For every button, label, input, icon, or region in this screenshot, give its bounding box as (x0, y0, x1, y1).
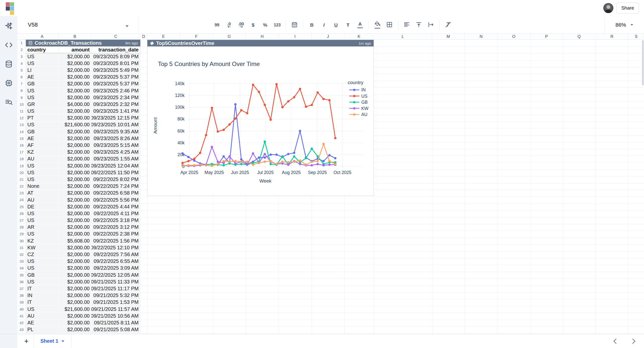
row-header-11[interactable]: 11 (17, 108, 26, 115)
row-header-1[interactable]: 1 (17, 40, 26, 46)
next-sheet-icon[interactable] (630, 337, 638, 345)
sheet-tab[interactable]: Sheet 1 (34, 334, 71, 348)
table-cell[interactable]: 09/22/2025 6:55 AM (91, 258, 140, 265)
row-header-5[interactable]: 5 (17, 67, 26, 74)
row-header-39[interactable]: 39 (17, 299, 26, 306)
underline-button[interactable]: U (331, 19, 341, 30)
column-header-O[interactable]: O (498, 34, 530, 40)
table-cell[interactable]: $2,000.00 (58, 108, 91, 114)
horizontal-align-button[interactable] (402, 19, 412, 30)
code-editor-icon[interactable] (4, 40, 14, 50)
table-cell[interactable]: GB (26, 272, 58, 278)
table-cell[interactable]: $2,000.00 (58, 53, 91, 60)
table-cell[interactable]: 09/23/2025 2:32 PM (91, 101, 140, 107)
fill-color-button[interactable] (372, 19, 382, 30)
row-header-38[interactable]: 38 (17, 292, 26, 299)
table-cell[interactable]: 09/21/2025 8:11 AM (91, 319, 140, 326)
column-header-A[interactable]: A (26, 34, 58, 40)
table-cell[interactable]: $2,000.00 (58, 67, 91, 73)
row-header-28[interactable]: 28 (17, 224, 26, 231)
table-cell[interactable]: $2,000.00 (58, 272, 91, 278)
table-cell[interactable]: $2,000.00 (58, 169, 91, 176)
share-button[interactable]: Share (616, 3, 639, 14)
table-cell[interactable]: $2,000.00 (58, 278, 91, 285)
column-header-S[interactable]: S (628, 34, 644, 40)
table-cell[interactable]: KZ (26, 238, 58, 244)
vertical-scrollbar[interactable] (642, 40, 644, 85)
row-header-12[interactable]: 12 (17, 115, 26, 122)
row-header-2[interactable]: 2 (17, 46, 26, 53)
row-header-14[interactable]: 14 (17, 128, 26, 135)
row-header-16[interactable]: 16 (17, 142, 26, 149)
decrease-decimals-button[interactable]: .0 (224, 19, 234, 30)
table-cell[interactable]: 09/23/2025 5:37 PM (91, 74, 140, 80)
table-cell[interactable]: 09/21/2025 1:53 PM (91, 299, 140, 306)
table-cell[interactable]: US (26, 94, 58, 101)
italic-button[interactable]: I (319, 19, 329, 30)
search-list-icon[interactable] (4, 97, 14, 107)
date-format-button[interactable] (289, 19, 300, 30)
table-cell[interactable]: $2,000.00 (58, 197, 91, 203)
table-cell[interactable]: US (26, 169, 58, 176)
table-cell[interactable]: US (26, 176, 58, 183)
table-cell[interactable]: $2,000.00 (58, 319, 91, 326)
table-cell[interactable]: US (26, 210, 58, 217)
column-header-P[interactable]: P (530, 34, 563, 40)
avatar[interactable] (603, 3, 613, 13)
table-cell[interactable]: US (26, 306, 58, 312)
table-cell[interactable]: 09/21/2025 5:32 PM (91, 292, 140, 299)
table-cell[interactable]: AF (26, 142, 58, 148)
column-header-I[interactable]: I (279, 34, 312, 40)
table-cell[interactable]: $2,000.00 (58, 326, 91, 333)
table-cell[interactable]: AE (26, 135, 58, 142)
table-cell[interactable]: AT (26, 190, 58, 196)
column-header-Q[interactable]: Q (563, 34, 596, 40)
row-header-30[interactable]: 30 (17, 238, 26, 245)
table-cell[interactable]: 09/22/2025 7:56 AM (91, 251, 140, 258)
table-cell[interactable]: US (26, 60, 58, 67)
table-cell[interactable]: $2,000.00 (58, 251, 91, 258)
row-header-4[interactable]: 4 (17, 60, 26, 67)
borders-button[interactable] (384, 19, 394, 30)
table-cell[interactable]: $21,600.00 (58, 306, 91, 312)
table-cell[interactable]: 09/23/2025 2:46 PM (91, 87, 140, 94)
column-header-B[interactable]: B (58, 34, 91, 40)
table-cell[interactable]: AU (26, 156, 58, 162)
table-cell[interactable]: $2,000.00 (58, 313, 91, 319)
sheet-canvas[interactable]: CockroachDB_Transactions 8m ago countrya… (26, 40, 644, 334)
table-column-header-transaction_date[interactable]: transaction_date (91, 46, 140, 53)
table-cell[interactable]: LI (26, 67, 58, 73)
row-header-36[interactable]: 36 (17, 279, 26, 285)
table-cell[interactable]: $4,000.00 (58, 101, 91, 107)
automatic-number-format-button[interactable]: 123 (272, 19, 282, 30)
table-cell[interactable]: $2,000.00 (58, 135, 91, 142)
table-cell[interactable]: US (26, 87, 58, 94)
prev-sheet-icon[interactable] (611, 337, 619, 345)
app-logo-icon[interactable] (6, 2, 14, 15)
row-header-6[interactable]: 6 (17, 74, 26, 81)
table-cell[interactable]: 09/22/2025 1:56 PM (91, 238, 140, 244)
row-header-37[interactable]: 37 (17, 285, 26, 292)
table-cell[interactable]: US (26, 53, 58, 60)
row-header-10[interactable]: 10 (17, 101, 26, 108)
table-cell[interactable]: AU (26, 313, 58, 319)
table-cell[interactable]: US (26, 108, 58, 114)
table-column-header-amount[interactable]: amount (58, 46, 91, 53)
table-cell[interactable]: 09/22/2025 5:56 PM (91, 197, 140, 203)
table-cell[interactable]: $2,000.00 (58, 244, 91, 251)
row-header-3[interactable]: 3 (17, 53, 26, 60)
column-header-R[interactable]: R (596, 34, 628, 40)
clear-formatting-button[interactable] (443, 19, 453, 30)
table-cell[interactable]: IT (26, 285, 58, 292)
table-cell[interactable]: CZ (26, 251, 58, 258)
table-cell[interactable]: US (26, 265, 58, 271)
table-cell[interactable]: 09/22/2025 3:12 PM (91, 224, 140, 230)
comma-format-button[interactable]: 99 (212, 19, 222, 30)
table-cell[interactable]: GB (26, 81, 58, 87)
table-cell[interactable]: 09/22/2025 2:38 PM (91, 231, 140, 237)
table-cell[interactable]: $2,000.00 (58, 265, 91, 271)
table-cell[interactable]: 09/21/2025 10:56 AM (91, 313, 140, 319)
table-cell[interactable]: US (26, 258, 58, 265)
table-cell[interactable]: 09/22/2025 8:02 PM (91, 176, 140, 183)
table-cell[interactable]: 09/22/2025 4:11 PM (91, 210, 140, 217)
